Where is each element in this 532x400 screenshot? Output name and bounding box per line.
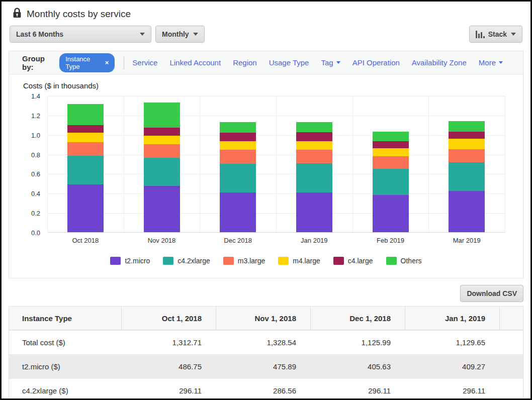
- bar-segment-t2-micro[interactable]: [67, 184, 104, 232]
- group-by-option-availability-zone[interactable]: Availability Zone: [412, 58, 467, 67]
- table-header-cell: Instance Type: [9, 307, 121, 330]
- bar-segment-Others[interactable]: [67, 104, 104, 125]
- bar-segment-m4-large[interactable]: [220, 141, 256, 150]
- bar-segment-Others[interactable]: [449, 121, 485, 132]
- bar-segment-c4-large[interactable]: [144, 128, 180, 136]
- x-axis-label: Nov 2018: [148, 237, 176, 244]
- x-axis-label: Jan 2019: [301, 237, 328, 244]
- date-range-dropdown[interactable]: Last 6 Months: [10, 26, 151, 43]
- download-csv-button[interactable]: Download CSV: [460, 285, 523, 302]
- legend-swatch: [386, 257, 397, 265]
- group-by-option-more[interactable]: More: [479, 58, 503, 67]
- bar-segment-m4-large[interactable]: [373, 148, 409, 157]
- group-by-option-usage-type[interactable]: Usage Type: [269, 58, 309, 67]
- bar-segment-m3-large[interactable]: [373, 156, 409, 169]
- table-header-cell: Nov 1, 2018: [216, 307, 310, 330]
- group-by-option-api-operation[interactable]: API Operation: [352, 58, 400, 67]
- bar-segment-m3-large[interactable]: [296, 150, 332, 163]
- x-axis-label: Mar 2019: [453, 237, 481, 244]
- row-value: 486.75: [121, 355, 216, 378]
- group-by-option-region[interactable]: Region: [233, 58, 257, 67]
- bar-mar-2019: [449, 121, 485, 232]
- row-value-partial: [499, 379, 523, 400]
- bar-segment-c4-2xlarge[interactable]: [144, 158, 180, 186]
- bar-segment-c4-large[interactable]: [373, 141, 409, 148]
- bar-segment-m3-large[interactable]: [67, 142, 104, 156]
- row-value: 286.56: [216, 379, 310, 400]
- bar-segment-c4-2xlarge[interactable]: [67, 156, 104, 185]
- bar-segment-c4-2xlarge[interactable]: [449, 162, 485, 191]
- legend-label: m4.large: [293, 257, 320, 265]
- download-row: Download CSV: [9, 285, 523, 302]
- row-value: 296.11: [405, 379, 499, 400]
- bar-segment-c4-2xlarge[interactable]: [296, 163, 332, 192]
- legend-label: c4.large: [348, 257, 373, 265]
- row-value: 405.63: [310, 355, 405, 378]
- bar-segment-m4-large[interactable]: [144, 136, 180, 144]
- bar-segment-c4-2xlarge[interactable]: [373, 169, 409, 195]
- group-by-option-label: Service: [132, 58, 157, 67]
- group-by-option-label: Linked Account: [169, 58, 221, 67]
- y-axis-tick: 0.0: [31, 229, 40, 237]
- group-by-option-linked-account[interactable]: Linked Account: [169, 58, 221, 67]
- bar-segment-m3-large[interactable]: [144, 144, 180, 158]
- chart-style-value: Stack: [488, 30, 507, 38]
- bar-segment-m4-large[interactable]: [296, 141, 332, 150]
- group-by-option-service[interactable]: Service: [132, 58, 157, 67]
- x-axis-label: Dec 2018: [224, 237, 252, 244]
- bar-segment-t2-micro[interactable]: [144, 186, 180, 233]
- bar-segment-Others[interactable]: [296, 122, 332, 132]
- table-header-cell: Jan 1, 2019: [405, 307, 499, 330]
- bar-segment-m4-large[interactable]: [67, 133, 104, 142]
- group-by-option-label: More: [479, 58, 496, 67]
- bar-segment-c4-large[interactable]: [220, 133, 256, 141]
- chevron-down-icon: [193, 33, 198, 36]
- legend-swatch: [110, 257, 121, 265]
- x-axis-label: Oct 2018: [72, 237, 99, 244]
- bar-dec-2018: [220, 122, 256, 232]
- bar-segment-Others[interactable]: [220, 122, 256, 133]
- group-by-options: ServiceLinked AccountRegionUsage TypeTag…: [132, 58, 510, 67]
- row-value: 1,312.71: [121, 331, 216, 354]
- bar-segment-c4-2xlarge[interactable]: [220, 164, 256, 193]
- y-axis-tick: 1.0: [31, 132, 40, 139]
- bar-segment-m3-large[interactable]: [449, 149, 485, 162]
- stacked-bar-plot: 0.00.20.40.60.81.01.21.4: [47, 96, 505, 233]
- bar-segment-m3-large[interactable]: [220, 150, 256, 164]
- chart-panel: Costs ($ in thousands) 0.00.20.40.60.81.…: [9, 74, 523, 278]
- bar-segment-c4-large[interactable]: [67, 125, 104, 133]
- granularity-dropdown[interactable]: Monthly: [155, 26, 205, 43]
- bar-segment-t2-micro[interactable]: [449, 191, 485, 232]
- gridline: [276, 96, 277, 233]
- row-value: 1,129.65: [405, 331, 499, 354]
- group-by-option-label: Region: [233, 58, 257, 67]
- date-range-value: Last 6 Months: [16, 30, 63, 38]
- legend-item-t2-micro: t2.micro: [110, 257, 150, 265]
- gridline: [47, 96, 48, 233]
- legend-item-m4-large: m4.large: [278, 257, 320, 265]
- bar-jan-2019: [296, 122, 332, 232]
- row-label: Total cost ($): [9, 331, 121, 354]
- chevron-down-icon: [140, 33, 145, 36]
- bar-segment-t2-micro[interactable]: [220, 192, 256, 232]
- bar-segment-c4-large[interactable]: [296, 132, 332, 141]
- bar-segment-Others[interactable]: [144, 103, 180, 128]
- bar-segment-c4-large[interactable]: [449, 132, 485, 139]
- row-value-partial: [499, 355, 523, 378]
- active-filter-label: Instance Type: [65, 55, 101, 70]
- chart-style-dropdown[interactable]: Stack: [469, 26, 522, 43]
- bar-segment-t2-micro[interactable]: [296, 192, 332, 233]
- group-by-option-tag[interactable]: Tag: [321, 58, 340, 67]
- row-label: c4.2xlarge ($): [9, 379, 121, 400]
- bar-segment-m4-large[interactable]: [449, 139, 485, 149]
- gridline: [200, 96, 200, 233]
- bar-segment-Others[interactable]: [373, 132, 409, 141]
- legend-label: m3.large: [238, 257, 265, 265]
- x-axis-labels: Oct 2018Nov 2018Dec 2018Jan 2019Feb 2019…: [47, 236, 505, 248]
- cost-explorer-panel: Monthly costs by service Last 6 Months M…: [0, 0, 532, 400]
- bar-segment-t2-micro[interactable]: [373, 195, 409, 232]
- close-icon[interactable]: ×: [105, 59, 109, 66]
- table-row: c4.2xlarge ($)296.11286.56296.11296.11: [9, 378, 523, 400]
- lock-icon: [13, 8, 22, 21]
- active-filter-pill[interactable]: Instance Type ×: [59, 53, 115, 72]
